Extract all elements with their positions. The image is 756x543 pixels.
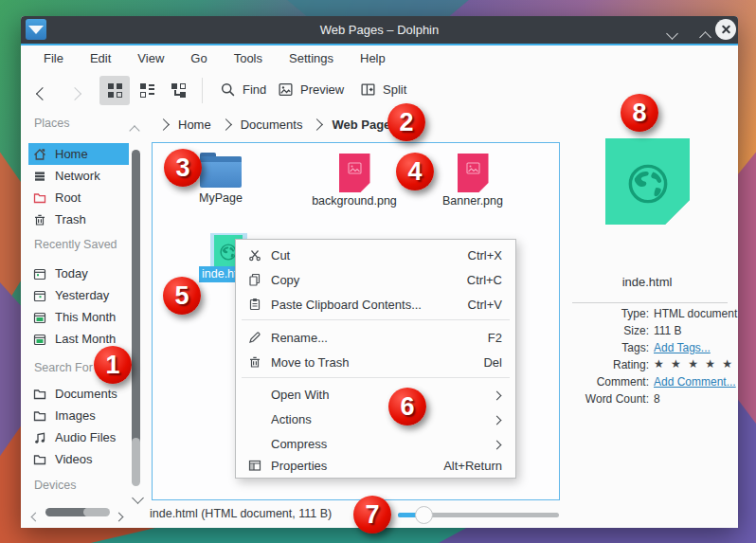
breadcrumb-home[interactable]: Home: [178, 118, 211, 132]
calendar-icon: [32, 332, 47, 347]
annotation-badge-1: 1: [94, 346, 132, 384]
annotation-badge-6: 6: [388, 388, 426, 425]
icons-view-button[interactable]: [99, 76, 130, 105]
split-button[interactable]: Split: [360, 81, 406, 98]
minimize-icon[interactable]: [668, 25, 676, 42]
menu-item-shortcut: Ctrl+V: [468, 298, 502, 312]
zoom-slider-handle[interactable]: [415, 506, 433, 524]
menu-item-properties[interactable]: Properties Alt+Return: [236, 453, 515, 478]
menu-settings[interactable]: Settings: [276, 51, 347, 65]
sidebar-horizontal-scrollbar-track[interactable]: [83, 508, 110, 516]
details-view-button[interactable]: [163, 76, 193, 105]
sidebar-item-root[interactable]: Root: [28, 187, 129, 208]
scroll-right-icon[interactable]: [116, 507, 122, 524]
detail-value: 111 B: [654, 324, 682, 341]
menu-edit[interactable]: Edit: [77, 51, 124, 65]
detail-label: Type:: [551, 307, 649, 324]
info-panel-separator: [572, 302, 728, 303]
detail-row-type: Type: HTML document: [551, 307, 731, 324]
sidebar-item-label: Yesterday: [55, 288, 109, 302]
detail-row-size: Size: 111 B: [551, 324, 731, 341]
sidebar-item-label: Audio Files: [55, 430, 116, 444]
sidebar-item-label: Videos: [55, 452, 93, 466]
menu-item-shortcut: Ctrl+X: [468, 248, 502, 262]
compact-view-button[interactable]: [132, 76, 162, 105]
breadcrumb-documents[interactable]: Documents: [241, 118, 303, 132]
menu-item-label: Copy: [271, 273, 299, 287]
file-item-background-png[interactable]: background.png: [309, 151, 400, 208]
close-icon[interactable]: [715, 19, 736, 40]
find-button[interactable]: Find: [220, 81, 266, 98]
menu-item-shortcut: Ctrl+C: [467, 273, 502, 287]
sidebar-item-this-month[interactable]: This Month: [28, 306, 129, 328]
split-icon: [360, 81, 376, 98]
sidebar-item-images[interactable]: Images: [28, 405, 129, 426]
title-bar[interactable]: Web Pages – Dolphin: [21, 16, 738, 44]
sidebar-item-today[interactable]: Today: [28, 262, 129, 284]
menu-item-actions[interactable]: Actions: [236, 407, 515, 431]
sidebar-vertical-scrollbar[interactable]: [132, 150, 140, 465]
menu-go[interactable]: Go: [177, 51, 220, 65]
menu-tools[interactable]: Tools: [221, 51, 276, 65]
menu-separator: [242, 319, 510, 320]
preview-icon: [278, 81, 294, 98]
preview-button[interactable]: Preview: [278, 81, 344, 98]
folder-icon: [32, 387, 47, 402]
sidebar-item-label: Trash: [55, 212, 86, 226]
submenu-arrow-icon: [494, 388, 500, 402]
sidebar-item-documents[interactable]: Documents: [28, 383, 129, 405]
network-icon: [32, 169, 47, 184]
menu-item-label: Move to Trash: [271, 355, 349, 370]
image-file-icon: [458, 154, 489, 192]
search-icon: [220, 81, 236, 98]
menu-item-shortcut: Del: [483, 355, 502, 370]
menu-help[interactable]: Help: [347, 51, 399, 65]
sidebar-item-network[interactable]: Network: [28, 165, 129, 187]
add-comment-link[interactable]: Add Comment...: [654, 375, 736, 392]
file-name-label: background.png: [309, 194, 400, 208]
menu-item-paste[interactable]: Paste Clipboard Contents... Ctrl+V: [236, 292, 515, 317]
menu-item-move-to-trash[interactable]: Move to Trash Del: [236, 350, 515, 374]
menu-item-rename[interactable]: Rename... F2: [236, 325, 515, 350]
globe-icon: [623, 159, 673, 208]
html-file-preview-icon: [605, 138, 690, 225]
copy-icon: [247, 272, 262, 287]
sidebar-item-home[interactable]: Home: [28, 143, 129, 165]
places-section-header: Places: [34, 117, 138, 130]
detail-label: Size:: [551, 324, 649, 341]
trash-icon: [32, 212, 47, 227]
image-file-icon: [339, 154, 370, 192]
menu-item-copy[interactable]: Copy Ctrl+C: [236, 267, 515, 292]
details-view-icon: [171, 83, 186, 98]
menu-item-cut[interactable]: Cut Ctrl+X: [236, 243, 515, 267]
sidebar-item-label: Images: [55, 408, 96, 423]
sidebar-item-label: Last Month: [55, 332, 116, 346]
sidebar-vertical-scrollbar-track[interactable]: [132, 438, 140, 486]
scroll-left-icon[interactable]: [32, 507, 39, 524]
preview-label: Preview: [300, 82, 344, 97]
breadcrumb-chevron-icon: [312, 118, 324, 131]
sidebar-item-videos[interactable]: Videos: [28, 448, 129, 470]
file-name-label: MyPage: [175, 191, 266, 205]
menu-file[interactable]: File: [30, 51, 77, 65]
file-item-banner-png[interactable]: Banner.png: [427, 151, 518, 208]
detail-label: Rating:: [551, 358, 649, 375]
forward-button[interactable]: [70, 85, 80, 102]
info-panel-file-name: inde.html: [568, 275, 726, 289]
menu-item-label: Compress: [271, 437, 327, 451]
detail-row-rating: Rating: ★ ★ ★ ★ ★: [551, 358, 731, 375]
back-button[interactable]: [38, 85, 47, 102]
scroll-down-icon[interactable]: [134, 489, 142, 506]
menu-item-open-with[interactable]: Open With: [236, 382, 515, 407]
clipboard-icon: [247, 297, 262, 312]
menu-item-label: Paste Clipboard Contents...: [271, 298, 422, 312]
sidebar-item-audio-files[interactable]: Audio Files: [28, 426, 129, 448]
collapse-section-icon[interactable]: [131, 121, 138, 138]
sidebar-item-label: Today: [55, 266, 88, 281]
add-tags-link[interactable]: Add Tags...: [654, 341, 711, 358]
rating-stars[interactable]: ★ ★ ★ ★ ★: [654, 357, 734, 375]
compact-view-icon: [140, 83, 154, 98]
menu-view[interactable]: View: [124, 51, 177, 65]
sidebar-item-trash[interactable]: Trash: [28, 208, 129, 230]
sidebar-item-yesterday[interactable]: Yesterday: [28, 284, 129, 306]
